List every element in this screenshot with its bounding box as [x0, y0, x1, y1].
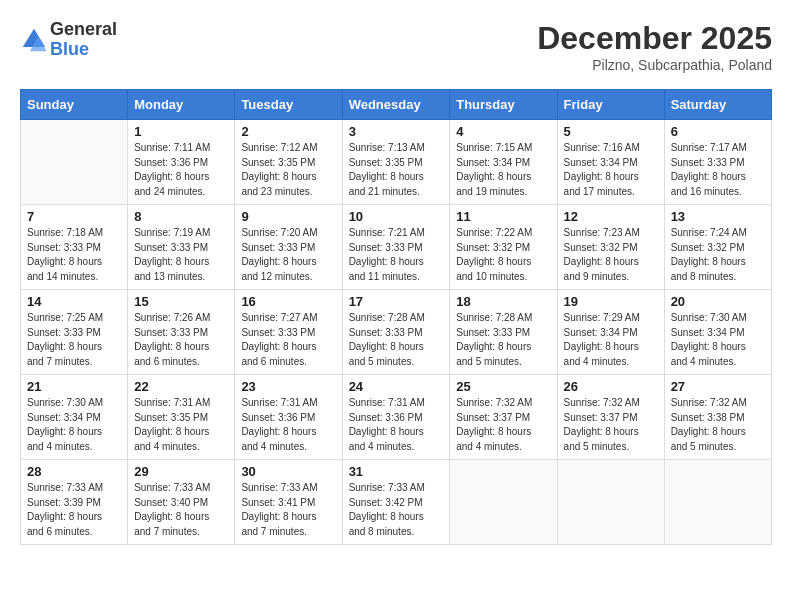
- day-number: 20: [671, 294, 765, 309]
- day-cell: [450, 460, 557, 545]
- day-cell: 11Sunrise: 7:22 AM Sunset: 3:32 PM Dayli…: [450, 205, 557, 290]
- day-info: Sunrise: 7:33 AM Sunset: 3:41 PM Dayligh…: [241, 481, 335, 539]
- day-cell: 5Sunrise: 7:16 AM Sunset: 3:34 PM Daylig…: [557, 120, 664, 205]
- day-number: 6: [671, 124, 765, 139]
- day-info: Sunrise: 7:30 AM Sunset: 3:34 PM Dayligh…: [27, 396, 121, 454]
- day-cell: 10Sunrise: 7:21 AM Sunset: 3:33 PM Dayli…: [342, 205, 450, 290]
- day-cell: 31Sunrise: 7:33 AM Sunset: 3:42 PM Dayli…: [342, 460, 450, 545]
- day-number: 26: [564, 379, 658, 394]
- day-cell: [557, 460, 664, 545]
- day-cell: 18Sunrise: 7:28 AM Sunset: 3:33 PM Dayli…: [450, 290, 557, 375]
- logo-general-text: General: [50, 20, 117, 40]
- week-row-5: 28Sunrise: 7:33 AM Sunset: 3:39 PM Dayli…: [21, 460, 772, 545]
- day-info: Sunrise: 7:31 AM Sunset: 3:36 PM Dayligh…: [349, 396, 444, 454]
- day-number: 30: [241, 464, 335, 479]
- header-day-sunday: Sunday: [21, 90, 128, 120]
- day-cell: 23Sunrise: 7:31 AM Sunset: 3:36 PM Dayli…: [235, 375, 342, 460]
- day-cell: 21Sunrise: 7:30 AM Sunset: 3:34 PM Dayli…: [21, 375, 128, 460]
- day-cell: 26Sunrise: 7:32 AM Sunset: 3:37 PM Dayli…: [557, 375, 664, 460]
- day-info: Sunrise: 7:29 AM Sunset: 3:34 PM Dayligh…: [564, 311, 658, 369]
- week-row-1: 1Sunrise: 7:11 AM Sunset: 3:36 PM Daylig…: [21, 120, 772, 205]
- day-info: Sunrise: 7:20 AM Sunset: 3:33 PM Dayligh…: [241, 226, 335, 284]
- day-number: 16: [241, 294, 335, 309]
- day-cell: 16Sunrise: 7:27 AM Sunset: 3:33 PM Dayli…: [235, 290, 342, 375]
- day-number: 19: [564, 294, 658, 309]
- day-info: Sunrise: 7:16 AM Sunset: 3:34 PM Dayligh…: [564, 141, 658, 199]
- day-info: Sunrise: 7:18 AM Sunset: 3:33 PM Dayligh…: [27, 226, 121, 284]
- day-number: 18: [456, 294, 550, 309]
- month-title: December 2025: [537, 20, 772, 57]
- day-number: 5: [564, 124, 658, 139]
- day-cell: 3Sunrise: 7:13 AM Sunset: 3:35 PM Daylig…: [342, 120, 450, 205]
- logo: General Blue: [20, 20, 117, 60]
- logo-blue-text: Blue: [50, 40, 117, 60]
- day-info: Sunrise: 7:26 AM Sunset: 3:33 PM Dayligh…: [134, 311, 228, 369]
- day-number: 15: [134, 294, 228, 309]
- day-number: 21: [27, 379, 121, 394]
- day-info: Sunrise: 7:31 AM Sunset: 3:35 PM Dayligh…: [134, 396, 228, 454]
- day-info: Sunrise: 7:12 AM Sunset: 3:35 PM Dayligh…: [241, 141, 335, 199]
- day-info: Sunrise: 7:33 AM Sunset: 3:40 PM Dayligh…: [134, 481, 228, 539]
- day-info: Sunrise: 7:30 AM Sunset: 3:34 PM Dayligh…: [671, 311, 765, 369]
- week-row-2: 7Sunrise: 7:18 AM Sunset: 3:33 PM Daylig…: [21, 205, 772, 290]
- day-number: 13: [671, 209, 765, 224]
- day-cell: 7Sunrise: 7:18 AM Sunset: 3:33 PM Daylig…: [21, 205, 128, 290]
- day-cell: 12Sunrise: 7:23 AM Sunset: 3:32 PM Dayli…: [557, 205, 664, 290]
- day-number: 12: [564, 209, 658, 224]
- day-cell: 4Sunrise: 7:15 AM Sunset: 3:34 PM Daylig…: [450, 120, 557, 205]
- day-number: 8: [134, 209, 228, 224]
- day-info: Sunrise: 7:32 AM Sunset: 3:38 PM Dayligh…: [671, 396, 765, 454]
- day-info: Sunrise: 7:32 AM Sunset: 3:37 PM Dayligh…: [564, 396, 658, 454]
- day-cell: 9Sunrise: 7:20 AM Sunset: 3:33 PM Daylig…: [235, 205, 342, 290]
- week-row-4: 21Sunrise: 7:30 AM Sunset: 3:34 PM Dayli…: [21, 375, 772, 460]
- day-number: 27: [671, 379, 765, 394]
- day-cell: 24Sunrise: 7:31 AM Sunset: 3:36 PM Dayli…: [342, 375, 450, 460]
- day-info: Sunrise: 7:11 AM Sunset: 3:36 PM Dayligh…: [134, 141, 228, 199]
- day-cell: 13Sunrise: 7:24 AM Sunset: 3:32 PM Dayli…: [664, 205, 771, 290]
- day-cell: 2Sunrise: 7:12 AM Sunset: 3:35 PM Daylig…: [235, 120, 342, 205]
- day-number: 2: [241, 124, 335, 139]
- day-cell: 17Sunrise: 7:28 AM Sunset: 3:33 PM Dayli…: [342, 290, 450, 375]
- day-info: Sunrise: 7:22 AM Sunset: 3:32 PM Dayligh…: [456, 226, 550, 284]
- day-info: Sunrise: 7:23 AM Sunset: 3:32 PM Dayligh…: [564, 226, 658, 284]
- title-block: December 2025 Pilzno, Subcarpathia, Pola…: [537, 20, 772, 73]
- day-number: 4: [456, 124, 550, 139]
- day-info: Sunrise: 7:19 AM Sunset: 3:33 PM Dayligh…: [134, 226, 228, 284]
- day-number: 3: [349, 124, 444, 139]
- calendar-body: 1Sunrise: 7:11 AM Sunset: 3:36 PM Daylig…: [21, 120, 772, 545]
- day-info: Sunrise: 7:32 AM Sunset: 3:37 PM Dayligh…: [456, 396, 550, 454]
- day-number: 1: [134, 124, 228, 139]
- day-info: Sunrise: 7:21 AM Sunset: 3:33 PM Dayligh…: [349, 226, 444, 284]
- day-cell: 30Sunrise: 7:33 AM Sunset: 3:41 PM Dayli…: [235, 460, 342, 545]
- day-cell: 19Sunrise: 7:29 AM Sunset: 3:34 PM Dayli…: [557, 290, 664, 375]
- day-number: 9: [241, 209, 335, 224]
- day-cell: 29Sunrise: 7:33 AM Sunset: 3:40 PM Dayli…: [128, 460, 235, 545]
- day-number: 10: [349, 209, 444, 224]
- day-cell: 1Sunrise: 7:11 AM Sunset: 3:36 PM Daylig…: [128, 120, 235, 205]
- day-number: 22: [134, 379, 228, 394]
- day-number: 31: [349, 464, 444, 479]
- day-info: Sunrise: 7:24 AM Sunset: 3:32 PM Dayligh…: [671, 226, 765, 284]
- day-cell: 14Sunrise: 7:25 AM Sunset: 3:33 PM Dayli…: [21, 290, 128, 375]
- logo-icon: [20, 26, 48, 54]
- header-day-monday: Monday: [128, 90, 235, 120]
- day-number: 17: [349, 294, 444, 309]
- day-cell: 8Sunrise: 7:19 AM Sunset: 3:33 PM Daylig…: [128, 205, 235, 290]
- day-cell: 22Sunrise: 7:31 AM Sunset: 3:35 PM Dayli…: [128, 375, 235, 460]
- day-cell: 25Sunrise: 7:32 AM Sunset: 3:37 PM Dayli…: [450, 375, 557, 460]
- day-cell: 27Sunrise: 7:32 AM Sunset: 3:38 PM Dayli…: [664, 375, 771, 460]
- week-row-3: 14Sunrise: 7:25 AM Sunset: 3:33 PM Dayli…: [21, 290, 772, 375]
- day-number: 29: [134, 464, 228, 479]
- day-number: 23: [241, 379, 335, 394]
- day-cell: 15Sunrise: 7:26 AM Sunset: 3:33 PM Dayli…: [128, 290, 235, 375]
- day-info: Sunrise: 7:28 AM Sunset: 3:33 PM Dayligh…: [349, 311, 444, 369]
- day-info: Sunrise: 7:27 AM Sunset: 3:33 PM Dayligh…: [241, 311, 335, 369]
- day-cell: [664, 460, 771, 545]
- day-info: Sunrise: 7:33 AM Sunset: 3:39 PM Dayligh…: [27, 481, 121, 539]
- calendar-table: SundayMondayTuesdayWednesdayThursdayFrid…: [20, 89, 772, 545]
- day-info: Sunrise: 7:15 AM Sunset: 3:34 PM Dayligh…: [456, 141, 550, 199]
- calendar-header: SundayMondayTuesdayWednesdayThursdayFrid…: [21, 90, 772, 120]
- day-number: 24: [349, 379, 444, 394]
- header-row: SundayMondayTuesdayWednesdayThursdayFrid…: [21, 90, 772, 120]
- day-info: Sunrise: 7:33 AM Sunset: 3:42 PM Dayligh…: [349, 481, 444, 539]
